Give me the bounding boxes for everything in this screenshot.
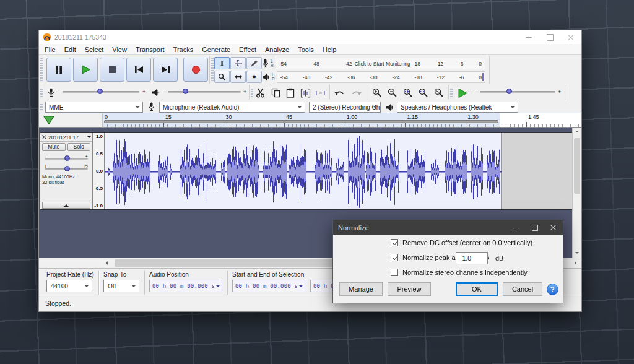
paste-button[interactable] (284, 87, 297, 99)
menu-item[interactable]: Effect (235, 45, 261, 54)
menu-item[interactable]: Help (318, 45, 341, 54)
selection-tool-button[interactable]: I (214, 57, 230, 69)
stereo-independent-checkbox[interactable] (391, 269, 398, 276)
play-at-speed-button[interactable] (455, 87, 470, 99)
stop-button[interactable] (100, 58, 124, 82)
zoom-selection-button[interactable] (402, 87, 414, 99)
audio-host-select[interactable]: MME (45, 102, 143, 113)
dialog-minimize-button[interactable] (507, 220, 526, 235)
title-bar[interactable]: 20181211 175343 (39, 30, 581, 44)
pan-slider[interactable] (45, 168, 88, 170)
scroll-left-arrow[interactable] (103, 258, 114, 268)
slider-knob[interactable] (64, 155, 70, 161)
meter-message: Click to Start Monitoring (352, 61, 413, 67)
track-name[interactable]: 20181211 17 (48, 134, 86, 141)
gain-slider[interactable] (45, 158, 88, 160)
vertical-ruler[interactable]: 1.00.50.0-0.5-1.0 (93, 133, 105, 209)
toolbar-grabber[interactable] (450, 87, 453, 97)
playback-volume-slider[interactable] (168, 91, 241, 93)
dialog-title-bar[interactable]: Normalize (333, 220, 563, 235)
silence-audio-button[interactable] (314, 87, 326, 99)
toolbar-grabber[interactable] (40, 103, 43, 110)
audio-clip[interactable] (105, 133, 502, 209)
timeline-ruler[interactable]: 01530451:001:151:301:45 (103, 113, 581, 127)
toolbar-grabber[interactable] (211, 58, 214, 81)
playback-meter-bar[interactable]: -54-48-42-36-30-24-18-12-60 (277, 71, 485, 83)
vertical-scroll-thumb[interactable] (574, 138, 580, 194)
slider-knob[interactable] (183, 89, 188, 94)
menu-item[interactable]: Analyze (261, 45, 293, 54)
toolbar-grabber[interactable] (40, 87, 43, 97)
menu-item[interactable]: Tools (293, 45, 318, 54)
zoom-toggle-button[interactable] (433, 87, 445, 99)
help-button[interactable]: ? (547, 284, 558, 295)
record-button[interactable] (183, 58, 208, 82)
scroll-down-arrow[interactable] (573, 248, 581, 258)
dialog-maximize-button[interactable] (526, 220, 544, 235)
toolbar-grabber[interactable] (40, 58, 43, 81)
manage-button[interactable]: Manage (339, 282, 383, 296)
copy-button[interactable] (269, 87, 282, 99)
recording-meter-bar[interactable]: -54-48-42 Click to Start Monitoring -18-… (276, 58, 485, 69)
track-menu-dropdown-icon[interactable] (87, 136, 91, 140)
preview-button[interactable]: Preview (388, 282, 431, 296)
zoom-in-button[interactable] (371, 87, 383, 99)
zoom-out-button[interactable] (386, 87, 399, 99)
slider-knob[interactable] (97, 89, 103, 94)
undo-button[interactable] (334, 87, 346, 99)
envelope-tool-button[interactable] (230, 57, 246, 69)
play-speed-slider[interactable] (480, 91, 555, 93)
cancel-button[interactable]: Cancel (503, 282, 542, 296)
redo-button[interactable] (350, 87, 362, 99)
snap-to-select[interactable]: Off (103, 280, 139, 292)
zoom-fit-button[interactable] (417, 87, 430, 99)
normalize-peak-checkbox[interactable] (391, 254, 398, 261)
skip-to-end-button[interactable] (153, 58, 178, 82)
peak-amplitude-input[interactable]: -1.0 (456, 252, 488, 264)
vertical-scrollbar[interactable] (572, 128, 581, 258)
menu-item[interactable]: Edit (60, 45, 80, 54)
playback-meter[interactable]: LR -54-48-42-36-30-24-18-12-60 (262, 71, 485, 84)
waveform-canvas[interactable] (105, 134, 502, 210)
mute-button[interactable]: Mute (42, 143, 66, 151)
recording-device-select[interactable]: Microphone (Realtek Audio) (159, 102, 305, 113)
time-shift-tool-button[interactable] (230, 71, 246, 83)
remove-dc-checkbox[interactable] (391, 239, 398, 246)
slider-knob[interactable] (506, 89, 512, 94)
minimize-button[interactable] (518, 30, 539, 44)
skip-to-start-button[interactable] (126, 58, 151, 82)
selection-start-field[interactable]: 00 h 00 m 00.000 s (232, 280, 305, 292)
timeline: 01530451:001:151:301:45 (39, 113, 581, 128)
recording-meter[interactable]: LR -54-48-42 Click to Start Monitoring -… (262, 57, 485, 70)
menu-item[interactable]: Transport (131, 45, 169, 54)
cut-button[interactable] (254, 87, 267, 99)
menu-item[interactable]: Generate (198, 45, 235, 54)
play-button[interactable] (73, 58, 98, 82)
dialog-close-button[interactable] (544, 220, 563, 235)
scrub-bar[interactable] (104, 120, 498, 123)
audio-position-field[interactable]: 00 h 00 m 00.000 s (149, 280, 222, 292)
maximize-button[interactable] (539, 30, 560, 44)
menu-item[interactable]: File (40, 45, 60, 54)
playback-device-select[interactable]: Speakers / Headphones (Realtek (397, 102, 518, 113)
solo-button[interactable]: Solo (67, 143, 91, 151)
ok-button[interactable]: OK (456, 282, 498, 296)
project-rate-select[interactable]: 44100 (46, 280, 92, 292)
close-button[interactable] (560, 30, 581, 44)
scroll-up-arrow[interactable] (573, 128, 581, 137)
menu-item[interactable]: View (108, 45, 131, 54)
track-collapse-button[interactable] (42, 202, 90, 209)
toolbar-grabber[interactable] (251, 87, 253, 97)
menu-item[interactable]: Select (80, 45, 108, 54)
track-close-icon[interactable] (41, 134, 47, 140)
zoom-tool-button[interactable] (214, 71, 230, 83)
recording-volume-slider[interactable] (63, 91, 139, 93)
scroll-right-arrow[interactable] (571, 258, 581, 268)
scrollbar-spacer (39, 258, 103, 268)
pin-playhead-button[interactable] (43, 116, 54, 124)
menu-item[interactable]: Tracks (169, 45, 198, 54)
pause-button[interactable] (46, 58, 71, 82)
trim-audio-button[interactable] (299, 87, 311, 99)
recording-channels-select[interactable]: 2 (Stereo) Recording Chai (309, 102, 381, 113)
slider-knob[interactable] (64, 166, 70, 171)
